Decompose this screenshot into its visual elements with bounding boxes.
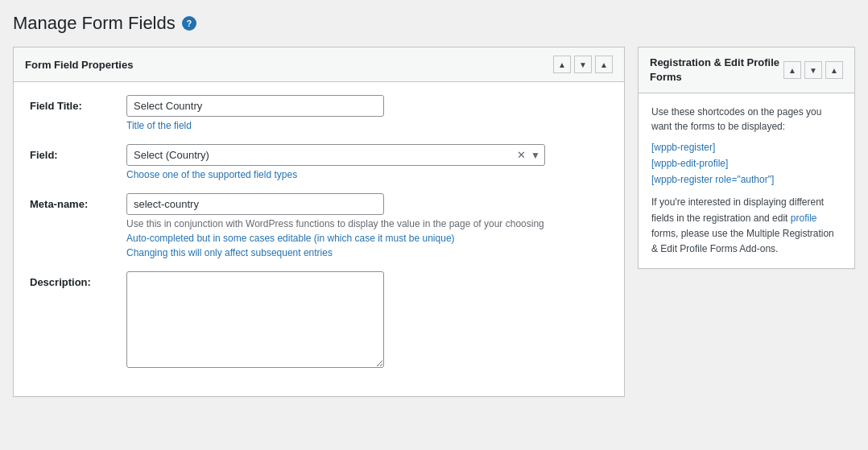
shortcodes-block: [wppb-register] [wppb-edit-profile] [wpp…: [651, 142, 841, 185]
description-label: Description:: [30, 271, 126, 288]
left-panel-body: Field Title: Title of the field Field: S…: [14, 82, 624, 396]
right-panel-header: Registration & Edit Profile Forms ▲ ▼ ▲: [639, 47, 854, 93]
page-title: Manage Form Fields ?: [13, 13, 855, 34]
right-panel-title: Registration & Edit Profile Forms: [650, 56, 783, 85]
meta-name-row: Meta-name: Use this in conjunction with …: [30, 193, 608, 258]
meta-name-hint1: Use this in conjunction with WordPress f…: [126, 218, 608, 229]
left-panel-controls: ▲ ▼ ▲: [553, 56, 613, 73]
description-row: Description:: [30, 271, 608, 370]
main-layout: Form Field Properties ▲ ▼ ▲ Field Title:…: [13, 47, 855, 397]
left-panel-down-button[interactable]: ▼: [574, 56, 592, 73]
field-select-wrap: Select (Country) ✕ ▼: [126, 144, 545, 166]
left-panel-header: Form Field Properties ▲ ▼ ▲: [14, 47, 624, 82]
field-hint: Choose one of the supported field types: [126, 169, 608, 180]
field-title-label: Field Title:: [30, 95, 126, 112]
right-panel: Registration & Edit Profile Forms ▲ ▼ ▲ …: [638, 47, 855, 269]
right-panel-down-button[interactable]: ▼: [804, 61, 822, 79]
shortcode-1: [wppb-register]: [651, 142, 841, 153]
help-icon[interactable]: ?: [182, 16, 196, 31]
description-textarea[interactable]: [126, 271, 384, 368]
shortcode-2: [wppb-edit-profile]: [651, 158, 841, 169]
meta-name-hint3: Changing this will only affect subsequen…: [126, 247, 608, 258]
right-panel-body: Use these shortcodes on the pages you wa…: [639, 93, 854, 268]
meta-name-hint2: Auto-completed but in some cases editabl…: [126, 233, 608, 244]
field-label: Field:: [30, 144, 126, 161]
right-panel-up-button[interactable]: ▲: [783, 61, 801, 79]
field-title-hint: Title of the field: [126, 120, 608, 131]
meta-name-wrap: Use this in conjunction with WordPress f…: [126, 193, 608, 258]
right-panel-info: If you're interested in displaying diffe…: [651, 195, 841, 257]
meta-name-label: Meta-name:: [30, 193, 126, 210]
shortcode-3: [wppb-register role="author"]: [651, 174, 841, 185]
profile-link[interactable]: profile: [791, 213, 817, 224]
page-title-text: Manage Form Fields: [13, 13, 176, 34]
left-panel: Form Field Properties ▲ ▼ ▲ Field Title:…: [13, 47, 625, 397]
field-title-row: Field Title: Title of the field: [30, 95, 608, 131]
field-row: Field: Select (Country) ✕ ▼ Choose one o…: [30, 144, 608, 180]
field-title-input[interactable]: [126, 95, 384, 117]
right-panel-collapse-button[interactable]: ▲: [825, 61, 843, 79]
field-wrap: Select (Country) ✕ ▼ Choose one of the s…: [126, 144, 608, 180]
select-clear-icon[interactable]: ✕: [517, 149, 526, 161]
right-panel-controls: ▲ ▼ ▲: [783, 61, 843, 79]
left-panel-up-button[interactable]: ▲: [553, 56, 571, 73]
meta-name-input[interactable]: [126, 193, 384, 215]
field-title-wrap: Title of the field: [126, 95, 608, 131]
right-panel-intro: Use these shortcodes on the pages you wa…: [651, 105, 841, 134]
left-panel-collapse-button[interactable]: ▲: [595, 56, 613, 73]
field-select[interactable]: Select (Country): [126, 144, 545, 166]
description-wrap: [126, 271, 608, 370]
left-panel-title: Form Field Properties: [25, 59, 133, 71]
